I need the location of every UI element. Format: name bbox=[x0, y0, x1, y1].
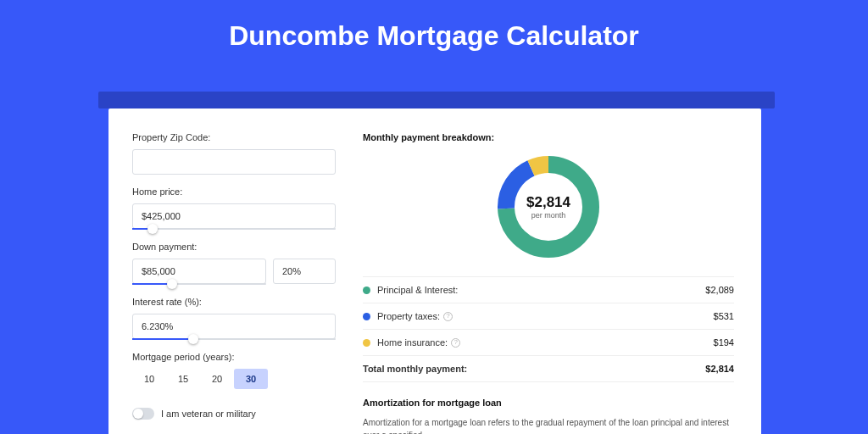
legend-label: Home insurance: ? bbox=[377, 337, 714, 348]
down-payment-label: Down payment: bbox=[132, 242, 336, 252]
down-payment-group: Down payment: bbox=[132, 242, 336, 285]
donut-chart: $2,814 per month bbox=[494, 153, 603, 261]
down-payment-pct-input[interactable] bbox=[273, 259, 336, 284]
panel-shadow bbox=[98, 92, 775, 108]
legend-row-total: Total monthly payment: $2,814 bbox=[363, 356, 734, 382]
legend-value: $531 bbox=[714, 311, 734, 321]
legend-total-value: $2,814 bbox=[705, 364, 734, 374]
period-option-20[interactable]: 20 bbox=[200, 369, 234, 389]
calculator-panel: Property Zip Code: Home price: Down paym… bbox=[108, 108, 761, 434]
legend-total-label: Total monthly payment: bbox=[363, 364, 705, 374]
breakdown-column: Monthly payment breakdown: $2,814 per mo… bbox=[363, 132, 734, 434]
amortization-section: Amortization for mortgage loan Amortizat… bbox=[363, 398, 734, 434]
legend-dot-icon bbox=[363, 339, 370, 347]
donut-chart-wrap: $2,814 per month bbox=[363, 153, 734, 261]
veteran-row: I am veteran or military bbox=[132, 408, 336, 420]
legend-dot-icon bbox=[363, 313, 370, 320]
legend-label: Property taxes: ? bbox=[377, 311, 714, 321]
donut-center-value: $2,814 bbox=[526, 194, 570, 211]
legend-value: $2,089 bbox=[705, 285, 734, 295]
home-price-group: Home price: bbox=[132, 186, 336, 230]
breakdown-legend: Principal & Interest: $2,089 Property ta… bbox=[363, 276, 734, 382]
amortization-title: Amortization for mortgage loan bbox=[363, 398, 734, 408]
legend-row-principal: Principal & Interest: $2,089 bbox=[363, 277, 734, 303]
legend-row-insurance: Home insurance: ? $194 bbox=[363, 330, 734, 356]
home-price-slider[interactable] bbox=[132, 228, 336, 230]
page-title: Duncombe Mortgage Calculator bbox=[0, 0, 868, 69]
slider-thumb-icon[interactable] bbox=[147, 224, 158, 234]
donut-center: $2,814 per month bbox=[494, 153, 603, 261]
mortgage-period-label: Mortgage period (years): bbox=[132, 352, 336, 362]
legend-row-taxes: Property taxes: ? $531 bbox=[363, 303, 734, 330]
slider-thumb-icon[interactable] bbox=[188, 334, 198, 344]
interest-rate-label: Interest rate (%): bbox=[132, 297, 336, 307]
inputs-column: Property Zip Code: Home price: Down paym… bbox=[132, 132, 336, 434]
breakdown-title: Monthly payment breakdown: bbox=[363, 132, 734, 142]
veteran-toggle[interactable] bbox=[132, 408, 154, 420]
zip-input[interactable] bbox=[132, 149, 336, 175]
info-icon[interactable]: ? bbox=[451, 338, 460, 348]
period-option-30[interactable]: 30 bbox=[234, 369, 268, 389]
slider-thumb-icon[interactable] bbox=[167, 279, 177, 289]
period-option-15[interactable]: 15 bbox=[166, 369, 200, 389]
veteran-label: I am veteran or military bbox=[161, 409, 256, 419]
interest-rate-group: Interest rate (%): bbox=[132, 297, 336, 340]
donut-center-sub: per month bbox=[531, 211, 566, 220]
mortgage-period-group: Mortgage period (years): 10 15 20 30 bbox=[132, 352, 336, 389]
home-price-input[interactable] bbox=[132, 203, 336, 229]
period-option-10[interactable]: 10 bbox=[132, 369, 166, 389]
legend-label: Principal & Interest: bbox=[377, 285, 705, 295]
zip-label: Property Zip Code: bbox=[132, 132, 336, 142]
zip-group: Property Zip Code: bbox=[132, 132, 336, 175]
info-icon[interactable]: ? bbox=[443, 312, 453, 321]
amortization-body: Amortization for a mortgage loan refers … bbox=[363, 416, 734, 434]
mortgage-period-options: 10 15 20 30 bbox=[132, 369, 336, 389]
interest-rate-input[interactable] bbox=[132, 314, 336, 339]
interest-rate-slider[interactable] bbox=[132, 338, 336, 340]
home-price-label: Home price: bbox=[132, 186, 336, 197]
down-payment-input[interactable] bbox=[132, 259, 266, 284]
legend-value: $194 bbox=[714, 337, 734, 348]
legend-dot-icon bbox=[363, 287, 370, 294]
down-payment-slider[interactable] bbox=[132, 283, 266, 285]
